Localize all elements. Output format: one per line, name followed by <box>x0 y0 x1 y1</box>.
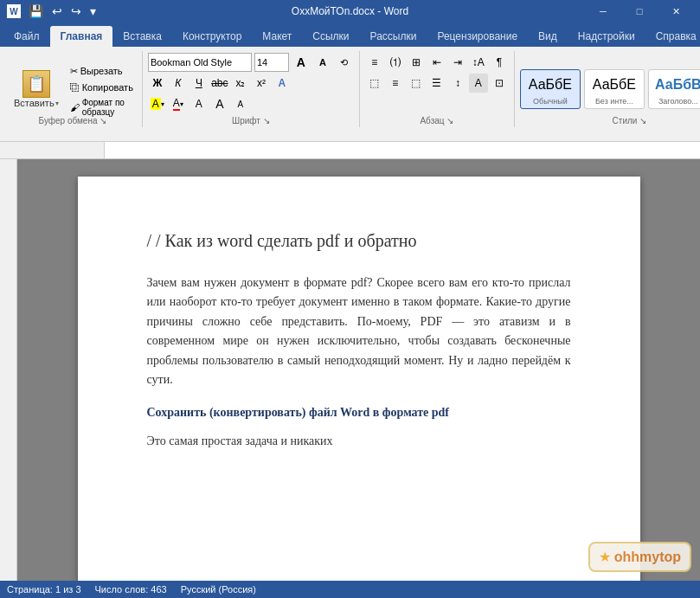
style-no-spacing[interactable]: АаБбЕ Без инте... <box>584 69 645 109</box>
style-heading1-label: Заголово... <box>658 97 698 106</box>
close-button[interactable]: ✕ <box>658 0 693 23</box>
text-highlight-button[interactable]: A▾ <box>148 94 167 113</box>
borders-button[interactable]: ⊡ <box>490 74 509 93</box>
shading-button[interactable]: A <box>469 74 488 93</box>
undo-button[interactable]: ↩ <box>49 4 65 18</box>
watermark-star: ★ <box>599 549 611 565</box>
style-heading1[interactable]: АаБбВ Заголово... <box>648 69 700 109</box>
increase-font-button[interactable]: A <box>292 53 311 72</box>
styles-group-label: Стили ↘ <box>520 116 700 125</box>
tab-review[interactable]: Рецензирование <box>427 26 528 47</box>
ruler-scale <box>104 142 700 158</box>
format-painter-button[interactable]: 🖌 Формат по образцу <box>67 96 137 119</box>
clear-format-button[interactable]: ⟲ <box>335 53 354 72</box>
tab-home[interactable]: Главная <box>50 26 113 47</box>
subscript-button[interactable]: x₂ <box>231 74 250 93</box>
paste-dropdown-icon[interactable]: ▾ <box>55 100 59 107</box>
align-right-button[interactable]: ⬚ <box>407 74 426 93</box>
font-format-row1: Ж К Ч abc x₂ x² A <box>148 74 292 93</box>
minimize-button[interactable]: ─ <box>586 0 620 23</box>
line-spacing-button[interactable]: ↕ <box>448 74 467 93</box>
styles-group: АаБбЕ Обычный АаБбЕ Без инте... АаБбВ За… <box>515 51 700 127</box>
tab-design[interactable]: Конструктор <box>172 26 252 47</box>
tab-view[interactable]: Вид <box>528 26 568 47</box>
font-group-label: Шрифт ↘ <box>143 116 359 125</box>
style-no-spacing-preview: АаБбЕ <box>593 73 636 97</box>
watermark-box: ★ ohhmytop <box>588 542 691 572</box>
show-formatting-button[interactable]: ¶ <box>490 53 509 72</box>
tab-help[interactable]: Справка <box>645 26 700 47</box>
clipboard-actions: ✂ Вырезать ⿻ Копировать 🖌 Формат по обра… <box>67 64 137 119</box>
document-page: / / Как из word сделать pdf и обратно За… <box>78 177 640 581</box>
style-normal-label: Обычный <box>533 97 568 106</box>
bold-button[interactable]: Ж <box>148 74 167 93</box>
tab-references[interactable]: Ссылки <box>302 26 359 47</box>
save-button[interactable]: 💾 <box>26 4 46 18</box>
font-selector-row: A A ⟲ <box>148 53 354 72</box>
superscript-button[interactable]: x² <box>252 74 271 93</box>
style-normal[interactable]: АаБбЕ Обычный <box>520 69 581 109</box>
window-title: OxxMойТОn.docx - Word <box>292 5 408 17</box>
numbered-list-button[interactable]: ⑴ <box>386 53 405 72</box>
customize-qat-button[interactable]: ▾ <box>87 4 99 18</box>
paste-button[interactable]: 📋 Вставить ▾ <box>9 67 64 112</box>
sort-button[interactable]: ↕A <box>469 53 488 72</box>
vertical-ruler <box>0 159 17 581</box>
alignment-row: ⬚ ≡ ⬚ ☰ ↕ A ⊡ <box>365 74 509 93</box>
title-bar: W 💾 ↩ ↪ ▾ OxxMойТОn.docx - Word ─ □ ✕ <box>0 0 700 23</box>
increase-indent-button[interactable]: ⇥ <box>448 53 467 72</box>
shrink-font-button[interactable]: A <box>231 94 250 113</box>
document-body-paragraph1: Зачем вам нужен документ в формате pdf? … <box>147 273 571 389</box>
italic-button[interactable]: К <box>169 74 188 93</box>
font-name-input[interactable] <box>148 53 252 72</box>
tab-mailings[interactable]: Рассылки <box>360 26 427 47</box>
copy-button[interactable]: ⿻ Копировать <box>67 80 137 94</box>
watermark-top: top <box>659 550 681 564</box>
style-no-spacing-label: Без инте... <box>595 97 633 106</box>
copy-icon: ⿻ <box>70 82 80 93</box>
tab-layout[interactable]: Макет <box>252 26 302 47</box>
ribbon-tabs: Файл Главная Вставка Конструктор Макет С… <box>0 23 700 47</box>
align-center-button[interactable]: ≡ <box>386 74 405 93</box>
word-count: Число слов: 463 <box>95 584 167 595</box>
watermark-ohh: ohh <box>614 550 639 564</box>
paste-icon: 📋 <box>22 70 50 98</box>
clipboard-group: 📋 Вставить ▾ ✂ Вырезать ⿻ Копировать <box>3 51 143 127</box>
page-info: Страница: 1 из 3 <box>7 584 81 595</box>
multilevel-list-button[interactable]: ⊞ <box>407 53 426 72</box>
underline-button[interactable]: Ч <box>189 74 209 93</box>
list-buttons-row: ≡ ⑴ ⊞ ⇤ ⇥ ↕A ¶ <box>365 53 509 72</box>
font-color-button[interactable]: A▾ <box>169 94 188 113</box>
maximize-button[interactable]: □ <box>622 0 657 23</box>
tab-file[interactable]: Файл <box>3 26 50 47</box>
horizontal-ruler <box>0 142 700 159</box>
document-body-paragraph2: Это самая простая задача и никаких <box>147 432 571 451</box>
document-area[interactable]: / / Как из word сделать pdf и обратно За… <box>17 159 700 581</box>
text-effects-button[interactable]: A <box>273 74 292 93</box>
quick-access-toolbar: 💾 ↩ ↪ ▾ <box>26 4 99 18</box>
window-controls: ─ □ ✕ <box>586 0 693 23</box>
style-normal-preview: АаБбЕ <box>529 73 572 97</box>
tab-addins[interactable]: Надстройки <box>568 26 645 47</box>
align-left-button[interactable]: ⬚ <box>365 74 384 93</box>
bullet-list-button[interactable]: ≡ <box>365 53 384 72</box>
character-spacing-button[interactable]: A <box>189 94 209 113</box>
title-left: W 💾 ↩ ↪ ▾ <box>7 4 99 18</box>
font-size-input[interactable] <box>254 53 289 72</box>
grow-font-button[interactable]: A <box>210 94 229 113</box>
style-heading1-preview: АаБбВ <box>655 73 700 97</box>
scissors-icon: ✂ <box>70 66 78 77</box>
strikethrough-button[interactable]: abc <box>210 74 229 93</box>
format-painter-icon: 🖌 <box>70 102 80 113</box>
watermark: ★ ohhmytop <box>588 542 691 572</box>
watermark-my: my <box>639 550 659 564</box>
decrease-font-button[interactable]: A <box>313 53 332 72</box>
cut-button[interactable]: ✂ Вырезать <box>67 64 137 79</box>
redo-button[interactable]: ↪ <box>68 4 84 18</box>
word-icon: W <box>7 4 21 18</box>
tab-insert[interactable]: Вставка <box>112 26 172 47</box>
document-title: / / Как из word сделать pdf и обратно <box>147 228 571 253</box>
decrease-indent-button[interactable]: ⇤ <box>427 53 446 72</box>
justify-button[interactable]: ☰ <box>427 74 446 93</box>
main-area: / / Как из word сделать pdf и обратно За… <box>0 159 700 581</box>
